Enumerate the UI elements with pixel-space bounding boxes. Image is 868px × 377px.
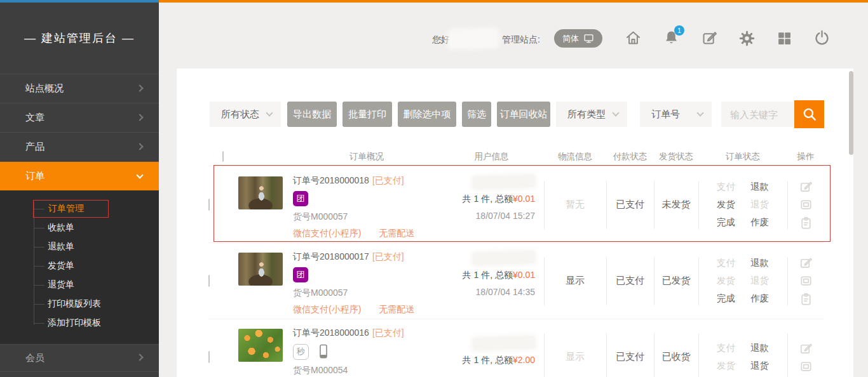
settings-gear-icon[interactable] <box>739 30 755 46</box>
sidebar-item-members[interactable]: 会员 <box>0 344 159 372</box>
return-link: 退货 <box>750 275 769 287</box>
submenu-item-refund-orders[interactable]: 退款单 <box>0 237 159 256</box>
chevron-down-icon <box>136 171 143 178</box>
paid-tag: [已支付] <box>372 175 404 185</box>
username-redacted <box>450 30 498 48</box>
void-link[interactable]: 作废 <box>750 216 769 228</box>
edit-order-icon[interactable] <box>799 179 813 194</box>
complete-link[interactable]: 完成 <box>717 293 735 305</box>
sidebar: — 建站管理后台 — 站点概况 文章 产品 订单 订单管理 收款单 退款单 发货… <box>0 3 159 377</box>
language-button[interactable]: 简体 <box>554 29 602 48</box>
item-number: 货号M000057 <box>293 288 414 299</box>
copy-order-icon[interactable] <box>799 292 813 307</box>
type-filter-value: 所有类型 <box>567 109 606 121</box>
delivery-method: 无需配送 <box>379 304 414 315</box>
order-recycle-bin-button[interactable]: 订单回收站 <box>497 102 550 127</box>
submenu-item-receipts[interactable]: 收款单 <box>0 218 159 237</box>
payment-status: 已支付 <box>606 319 654 377</box>
order-datetime: 18/07/04 14:35 <box>476 287 535 297</box>
export-data-button[interactable]: 导出数据 <box>287 102 337 127</box>
buyer-name-redacted <box>473 336 536 350</box>
product-thumbnail[interactable] <box>238 253 283 286</box>
product-thumbnail[interactable] <box>238 329 283 362</box>
column-header-logistics: 物流信息 <box>544 151 606 162</box>
order-number[interactable]: 订单号2018000018 <box>293 175 369 185</box>
sidebar-item-site-overview[interactable]: 站点概况 <box>0 74 159 103</box>
sidebar-item-articles[interactable]: 文章 <box>0 103 159 132</box>
chevron-down-icon <box>266 109 273 116</box>
order-number[interactable]: 订单号2018000016 <box>293 327 369 338</box>
submenu-item-shipping-orders[interactable]: 发货单 <box>0 256 159 275</box>
edit-order-icon[interactable] <box>799 255 813 270</box>
shipping-status: 已收货 <box>654 319 698 377</box>
refund-link[interactable]: 退款 <box>750 257 769 269</box>
order-amount: ¥2.00 <box>513 355 535 365</box>
submenu-item-label: 收款单 <box>48 222 74 234</box>
greeting-label: 您好 <box>432 34 450 46</box>
void-link[interactable]: 作废 <box>750 293 769 305</box>
complete-link[interactable]: 完成 <box>717 216 735 228</box>
chevron-down-icon <box>696 109 703 116</box>
apps-grid-icon[interactable] <box>776 30 792 46</box>
submenu-item-label: 退款单 <box>48 241 74 253</box>
submenu-item-order-management[interactable]: 订单管理 <box>0 199 159 218</box>
delete-selected-button[interactable]: 删除选中项 <box>398 102 456 127</box>
edit-icon[interactable] <box>701 29 718 46</box>
print-order-icon[interactable] <box>799 274 813 288</box>
submenu-item-print-template-list[interactable]: 打印模版列表 <box>0 294 159 314</box>
search-button[interactable] <box>794 100 824 128</box>
sidebar-item-label: 文章 <box>25 112 44 124</box>
logistics-status: 显示 <box>544 319 606 377</box>
print-order-icon[interactable] <box>799 197 813 212</box>
item-number: 货号M000054 <box>293 365 404 376</box>
submenu-item-label: 退货单 <box>48 279 74 291</box>
search-field-dropdown[interactable]: 订单号 <box>640 102 712 127</box>
print-order-icon[interactable] <box>799 359 813 374</box>
logout-power-icon[interactable] <box>813 29 831 46</box>
select-all-checkbox[interactable] <box>222 151 224 162</box>
ship-link[interactable]: 发货 <box>717 199 735 211</box>
copy-order-icon[interactable] <box>799 216 813 230</box>
home-icon[interactable] <box>625 29 642 46</box>
payment-status: 已支付 <box>606 243 654 319</box>
ship-link: 发货 <box>717 275 735 287</box>
submenu-item-add-print-template[interactable]: 添加打印模板 <box>0 314 159 333</box>
refund-link[interactable]: 退款 <box>750 181 769 193</box>
search-input[interactable] <box>721 102 794 127</box>
vertical-scrollbar-thumb[interactable] <box>849 71 853 155</box>
refund-link[interactable]: 退款 <box>750 342 769 354</box>
column-header-status: 订单状态 <box>698 151 787 162</box>
row-checkbox[interactable] <box>208 275 210 287</box>
submenu-item-return-orders[interactable]: 退货单 <box>0 275 159 294</box>
row-checkbox[interactable] <box>208 351 210 363</box>
order-row: 订单号2018000018[已支付] 团 货号M000057 微信支付(小程序)… <box>208 167 824 243</box>
order-number[interactable]: 订单号2018000017 <box>293 251 369 261</box>
search-field-value: 订单号 <box>651 109 680 121</box>
filter-button[interactable]: 筛选 <box>462 102 491 127</box>
status-filter-dropdown[interactable]: 所有状态 <box>210 102 281 127</box>
row-checkbox[interactable] <box>208 199 210 211</box>
orders-panel: 所有状态 导出数据 批量打印 删除选中项 筛选 订单回收站 所有类型 订单号 订… <box>177 69 853 377</box>
batch-print-button[interactable]: 批量打印 <box>342 102 392 127</box>
paid-tag: [已支付] <box>372 327 404 338</box>
notifications-bell-icon[interactable]: 1 <box>663 29 680 46</box>
group-buy-badge: 团 <box>293 267 308 282</box>
return-link[interactable]: 退货 <box>750 360 769 372</box>
sidebar-item-label: 会员 <box>25 352 44 364</box>
pay-link: 支付 <box>717 181 735 193</box>
logistics-status[interactable]: 显示 <box>544 243 606 319</box>
top-header: 您好 管理站点: 简体 1 <box>159 3 868 69</box>
chevron-down-icon <box>612 109 619 116</box>
order-rows: 订单号2018000018[已支付] 团 货号M000057 微信支付(小程序)… <box>208 167 824 377</box>
sidebar-item-orders[interactable]: 订单 <box>0 161 159 190</box>
ship-link: 发货 <box>717 360 735 372</box>
chevron-right-icon <box>136 143 143 150</box>
submenu-item-label: 添加打印模板 <box>48 317 101 329</box>
order-row: 订单号2018000017[已支付] 团 货号M000057 微信支付(小程序)… <box>208 243 824 319</box>
column-header-overview: 订单概况 <box>237 151 439 162</box>
item-count: 共 1 件, 总额 <box>463 194 513 204</box>
product-thumbnail[interactable] <box>238 176 283 209</box>
edit-order-icon[interactable] <box>799 341 813 355</box>
sidebar-item-products[interactable]: 产品 <box>0 132 159 161</box>
type-filter-dropdown[interactable]: 所有类型 <box>556 102 627 127</box>
